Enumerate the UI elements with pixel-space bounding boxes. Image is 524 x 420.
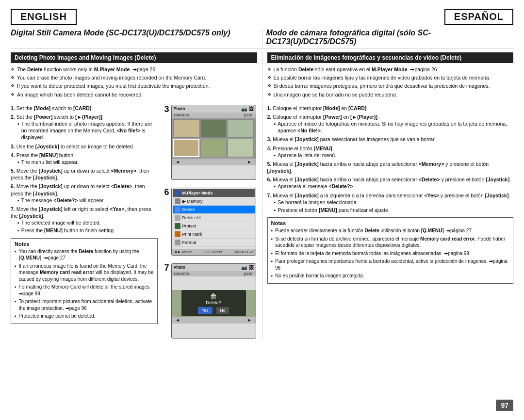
note-bullet: ▪	[15, 248, 16, 255]
delete-icon	[175, 207, 180, 212]
photo-grid	[172, 118, 256, 159]
screen-3-counter: [1/10]	[244, 113, 253, 117]
thumb-2	[200, 119, 227, 138]
es-steps: 1. Coloque el interruptor [Mode] en [CAR…	[267, 105, 514, 213]
es-note-1: ▪ Puede acceder directamente a la funció…	[271, 227, 510, 234]
delete-no-btn[interactable]: No	[216, 307, 229, 314]
delete-dialog-text: Delete?	[185, 300, 242, 305]
thumb-6	[228, 139, 254, 157]
section-bars: Deleting Photo Images and Moving Images …	[11, 52, 513, 66]
camera-icon-7: 📷	[241, 265, 247, 270]
screen-3: Photo 📷 🖼 100-0001 [1/10]	[171, 105, 256, 180]
es-step-1: 1. Coloque el interruptor [Mode] en [CAR…	[267, 105, 514, 112]
menu-exit-label: MENU Exit	[234, 250, 253, 254]
es-note-4: ▪ Para proteger imágenes importantes fre…	[271, 258, 510, 271]
en-bullet-1: ❖ The Delete function works only in M.Pl…	[11, 66, 257, 73]
screen-7-wrapper: 7 Photo 📷 🖼 100-0001 [1/10]	[171, 263, 257, 339]
notes-title-en: Notes	[15, 241, 154, 247]
protect-icon	[175, 223, 180, 229]
photo-icon-7: 🖼	[249, 265, 254, 270]
menu-item-memory: ▶ Memory	[173, 197, 255, 206]
menu-ok-label: OK Select	[204, 250, 222, 254]
section-bar-es: Eliminación de imágenes fotográficas y s…	[267, 52, 514, 63]
bullet-marker: ▪	[17, 159, 19, 165]
es-step-4: 4. Presione el botón [MENU]. ▪ Aparece l…	[267, 145, 514, 159]
player-icon	[175, 190, 180, 196]
es-step-6: 6. Mueva el [Joystick] hacia arriba o ha…	[267, 176, 514, 190]
main-title-es: Modo de cámara fotográfica digital (sólo…	[262, 29, 514, 48]
screen-7-bg: 🗑 Delete? Yes No	[172, 290, 256, 317]
en-step-4: 4. Press the [MENU] button. ▪ The menu l…	[11, 152, 158, 165]
screen-7-icons: 📷 🖼	[241, 265, 254, 270]
menu-header-label: M.Player Mode	[182, 191, 213, 195]
note-bullet: ▪	[15, 313, 16, 320]
en-note-3: ▪ Formatting the Memory Card will delete…	[15, 284, 154, 297]
en-note-4: ▪ To protect important pictures from acc…	[15, 298, 154, 311]
note-bullet: ▪	[271, 236, 273, 242]
es-intro-bullets: ❖ La función Delete sólo está operativa …	[267, 66, 514, 98]
screen-6: M.Player Mode ▶ Memory Delete	[171, 188, 256, 256]
en-intro-bullets: ❖ The Delete function works only in M.Pl…	[11, 66, 257, 98]
espanol-label: ESPAÑOL	[444, 9, 513, 25]
en-step-6-sub: ▪ The message <Delete?> will appear.	[17, 197, 158, 204]
note-bullet: ▪	[15, 284, 16, 291]
es-step-6-sub: ▪ Aparecerá el mensaje <Delete?>	[274, 183, 514, 190]
screen-7-number: 7	[164, 263, 169, 273]
photo-icon: 🖼	[249, 106, 254, 112]
delete-yes-btn[interactable]: Yes	[198, 307, 213, 314]
screen-3-number: 3	[164, 104, 169, 114]
es-step-5: 5. Mueva el [Joystick] hacia arriba o ha…	[267, 161, 514, 174]
en-bullet-4: ❖ An image which has been deleted cannot…	[11, 91, 257, 98]
top-headers: ENGLISH ESPAÑOL	[11, 9, 513, 25]
bullet-marker: ▪	[274, 120, 276, 127]
right-arrow-icon: ►	[247, 160, 252, 164]
en-note-2: ▪ If an erroneous image file is found on…	[15, 263, 154, 283]
section-bar-en: Deleting Photo Images and Moving Images …	[11, 52, 257, 63]
diamond-icon-es-1: ❖	[267, 66, 271, 72]
notes-title-es: Notas	[271, 220, 510, 226]
es-bullet-2: ❖ Es posible borrar las imágenes fijas y…	[267, 74, 514, 81]
screen-3-nav: ◄ ►	[172, 159, 256, 165]
page-number: 97	[496, 400, 513, 411]
es-note-5: ▪ No es posible borrar la imagen protegi…	[271, 273, 510, 279]
diamond-icon-es-2: ❖	[267, 75, 271, 81]
thumb-3	[228, 119, 254, 138]
diamond-icon-2: ❖	[11, 75, 15, 81]
en-step-4-sub: ▪ The menu list will appear.	[17, 159, 158, 165]
thumb-5	[200, 139, 227, 157]
thumb-4	[173, 139, 199, 157]
en-step-7-sub2: ▪ Press the [MENU] button to finish sett…	[17, 227, 158, 234]
screen-3-header: Photo 📷 🖼	[172, 105, 256, 113]
note-bullet: ▪	[271, 258, 273, 265]
en-step-2-sub: ▪ The thumbnail index of photo images ap…	[17, 120, 158, 141]
menu-item-print: Print Mark	[173, 230, 255, 239]
menu-item-delete: Delete	[173, 206, 255, 214]
screen-7-id: 100-0001	[174, 272, 190, 276]
screen-3-wrapper: 3 Photo 📷 🖼 100-0001 [1/10]	[171, 105, 257, 180]
menu-item-delete-all: Delete All	[173, 214, 255, 222]
en-step-2: 2. Set the [Power] switch to [►(Player)]…	[11, 113, 158, 141]
screen-7-nav: ◄ ►	[172, 317, 256, 323]
bullet-marker: ▪	[17, 120, 19, 127]
print-icon	[175, 231, 180, 237]
en-step-7: 7. Move the [Joystick] left or right to …	[11, 206, 158, 234]
menu-move-label: ◄► Move	[174, 250, 192, 254]
thumb-1	[173, 119, 199, 138]
screen-6-wrapper: 6 M.Player Mode ▶ Memory	[171, 188, 257, 256]
main-title-en: Digital Still Camera Mode (SC-DC173(U)/D…	[11, 29, 262, 48]
es-note-2: ▪ Si se detecta un formato de archivo er…	[271, 236, 510, 249]
right-arrow-7: ►	[247, 318, 252, 323]
bullet-marker: ▪	[274, 152, 276, 159]
diamond-icon-es-3: ❖	[267, 83, 271, 89]
diamond-icon-3: ❖	[11, 83, 15, 89]
es-step-7-sub1: ▪ Se borrará la imagen seleccionada.	[274, 199, 514, 206]
es-bullet-3: ❖ Si desea borrar imágenes protegidas, p…	[267, 82, 514, 89]
note-bullet: ▪	[15, 263, 16, 270]
menu-item-format: Format	[173, 239, 255, 247]
es-step-2: 2. Coloque el interruptor [Power] en [►(…	[267, 113, 514, 134]
delete-dialog-icon: 🗑	[185, 292, 242, 300]
bullet-marker: ▪	[274, 183, 276, 190]
note-bullet: ▪	[271, 250, 273, 257]
intro-bullets: ❖ The Delete function works only in M.Pl…	[11, 66, 513, 102]
note-bullet: ▪	[15, 298, 16, 305]
